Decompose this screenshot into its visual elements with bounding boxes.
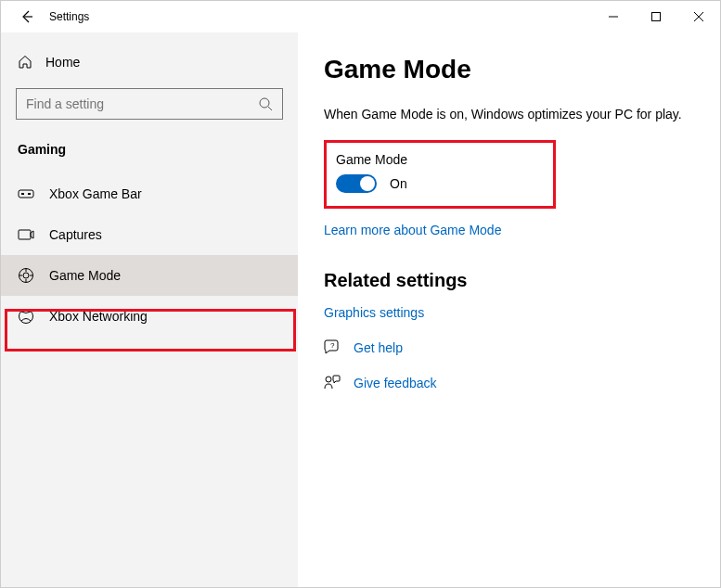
sidebar-item-xbox-networking[interactable]: Xbox Networking: [1, 296, 298, 337]
graphics-settings-link[interactable]: Graphics settings: [324, 305, 424, 320]
svg-rect-3: [21, 193, 24, 195]
window-title: Settings: [49, 10, 89, 23]
maximize-icon: [651, 12, 661, 21]
svg-point-8: [19, 310, 33, 324]
home-icon: [18, 55, 32, 70]
sidebar: Home Gaming Xbox Game Bar: [1, 32, 298, 587]
help-icon: ?: [324, 339, 341, 356]
svg-rect-2: [19, 190, 33, 198]
minimize-icon: [609, 12, 618, 21]
titlebar-left: Settings: [1, 1, 89, 32]
maximize-button[interactable]: [635, 1, 677, 32]
sidebar-item-captures[interactable]: Captures: [1, 214, 298, 255]
game-mode-toggle[interactable]: [336, 174, 377, 193]
sidebar-item-home[interactable]: Home: [1, 44, 298, 81]
toggle-knob: [360, 176, 375, 191]
game-mode-box: Game Mode On: [324, 140, 556, 209]
toggle-state: On: [390, 176, 407, 191]
sidebar-section-title: Gaming: [1, 134, 298, 173]
xbox-icon: [18, 308, 34, 325]
page-title: Game Mode: [324, 55, 692, 84]
feedback-icon: [324, 375, 341, 391]
svg-point-10: [326, 377, 331, 382]
sidebar-item-label: Captures: [49, 227, 102, 242]
svg-point-1: [260, 98, 269, 108]
sidebar-item-xbox-game-bar[interactable]: Xbox Game Bar: [1, 173, 298, 214]
svg-rect-5: [19, 230, 31, 239]
close-button[interactable]: [677, 1, 720, 32]
titlebar: Settings: [1, 1, 720, 32]
svg-text:?: ?: [330, 341, 335, 350]
sidebar-home-label: Home: [45, 55, 80, 70]
search-icon: [258, 96, 273, 111]
svg-rect-0: [652, 13, 661, 21]
search-field[interactable]: [26, 96, 258, 111]
sidebar-item-label: Xbox Game Bar: [49, 186, 142, 201]
sidebar-item-label: Game Mode: [49, 268, 121, 283]
learn-more-link[interactable]: Learn more about Game Mode: [324, 223, 501, 237]
get-help-link[interactable]: Get help: [354, 340, 403, 355]
svg-point-7: [23, 273, 29, 278]
give-feedback-link[interactable]: Give feedback: [354, 376, 437, 390]
back-button[interactable]: [8, 1, 45, 32]
sidebar-item-label: Xbox Networking: [49, 309, 148, 324]
toggle-label: Game Mode: [336, 152, 544, 167]
search-wrap: [1, 81, 298, 134]
get-help-row[interactable]: ? Get help: [324, 339, 692, 356]
content: Game Mode When Game Mode is on, Windows …: [298, 32, 720, 587]
toggle-row: On: [336, 174, 544, 193]
sidebar-item-game-mode[interactable]: Game Mode: [1, 255, 298, 296]
svg-rect-4: [28, 193, 31, 195]
minimize-button[interactable]: [592, 1, 635, 32]
search-input[interactable]: [16, 88, 283, 120]
give-feedback-row[interactable]: Give feedback: [324, 375, 692, 391]
settings-window: Settings Home: [1, 1, 720, 587]
page-description: When Game Mode is on, Windows optimizes …: [324, 107, 692, 121]
captures-icon: [18, 226, 34, 243]
sidebar-inner: Home Gaming Xbox Game Bar: [1, 32, 298, 337]
arrow-left-icon: [19, 9, 34, 24]
window-controls: [592, 1, 720, 32]
related-heading: Related settings: [324, 270, 692, 291]
game-mode-icon: [18, 267, 34, 284]
body: Home Gaming Xbox Game Bar: [1, 32, 720, 587]
close-icon: [694, 12, 703, 21]
game-bar-icon: [18, 185, 34, 202]
